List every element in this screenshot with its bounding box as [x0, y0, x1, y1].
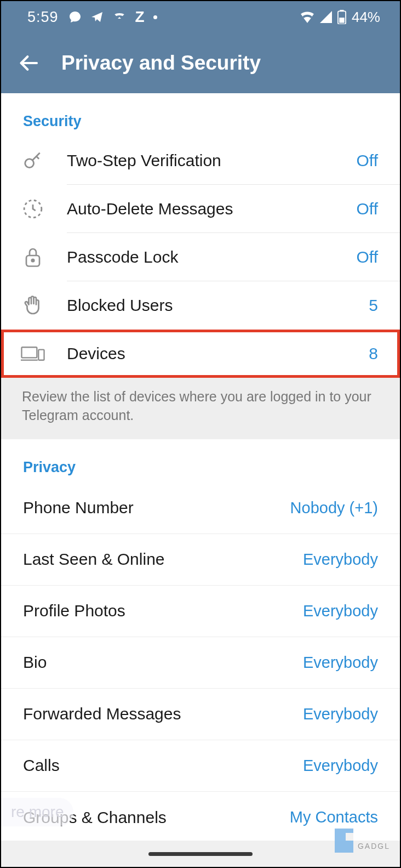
telegram-icon	[90, 10, 104, 24]
phone-number-value: Nobody (+1)	[290, 499, 378, 517]
page-title: Privacy and Security	[61, 52, 261, 75]
svg-rect-2	[339, 18, 344, 22]
profile-photos-value: Everybody	[303, 602, 378, 620]
status-bar: 5:59 Z 44%	[1, 1, 400, 33]
bio-label: Bio	[23, 653, 47, 672]
devices-label: Devices	[67, 344, 369, 363]
svg-rect-8	[21, 347, 37, 358]
bio-row[interactable]: Bio Everybody	[1, 637, 400, 689]
back-button[interactable]	[18, 52, 39, 74]
svg-rect-10	[38, 350, 44, 360]
chat-bubble-icon	[68, 10, 82, 24]
passcode-lock-value: Off	[357, 248, 378, 266]
last-seen-row[interactable]: Last Seen & Online Everybody	[1, 534, 400, 586]
dot-icon	[153, 15, 157, 19]
z-icon: Z	[135, 8, 145, 26]
signal-icon	[320, 11, 332, 23]
svg-point-7	[32, 259, 35, 262]
timer-icon	[21, 197, 45, 221]
app-header: Privacy and Security	[1, 33, 400, 93]
two-step-verification-value: Off	[357, 151, 378, 170]
two-step-verification-row[interactable]: Two-Step Verification Off	[1, 137, 400, 185]
security-section-footer: Review the list of devices where you are…	[1, 378, 400, 439]
forwarded-messages-value: Everybody	[303, 705, 378, 723]
blocked-users-label: Blocked Users	[67, 296, 369, 315]
status-notification-icons: Z	[68, 8, 157, 26]
key-icon	[21, 149, 45, 173]
missed-call-icon	[112, 10, 127, 24]
profile-photos-row[interactable]: Profile Photos Everybody	[1, 586, 400, 637]
ghost-overlay: re more	[1, 798, 73, 826]
devices-value: 8	[369, 344, 378, 363]
auto-delete-messages-label: Auto-Delete Messages	[67, 200, 357, 218]
content-scroll[interactable]: Security Two-Step Verification Off Auto-…	[1, 93, 400, 841]
devices-icon	[21, 342, 45, 366]
calls-label: Calls	[23, 756, 60, 775]
watermark: GADGL	[335, 829, 390, 853]
blocked-users-row[interactable]: Blocked Users 5	[1, 281, 400, 330]
passcode-lock-label: Passcode Lock	[67, 248, 357, 266]
devices-row[interactable]: Devices 8	[1, 330, 400, 378]
bio-value: Everybody	[303, 654, 378, 672]
hand-icon	[21, 293, 45, 317]
last-seen-label: Last Seen & Online	[23, 550, 165, 569]
auto-delete-messages-row[interactable]: Auto-Delete Messages Off	[1, 185, 400, 233]
privacy-section-header: Privacy	[1, 439, 400, 483]
wifi-icon	[300, 11, 314, 23]
phone-number-row[interactable]: Phone Number Nobody (+1)	[1, 483, 400, 534]
forwarded-messages-label: Forwarded Messages	[23, 705, 181, 723]
blocked-users-value: 5	[369, 296, 378, 315]
battery-icon	[337, 10, 346, 24]
nav-handle[interactable]	[148, 852, 253, 856]
last-seen-value: Everybody	[303, 551, 378, 569]
passcode-lock-row[interactable]: Passcode Lock Off	[1, 233, 400, 281]
status-time: 5:59	[27, 9, 59, 26]
svg-point-4	[25, 159, 34, 168]
auto-delete-messages-value: Off	[357, 200, 378, 218]
groups-channels-value: My Contacts	[290, 808, 378, 826]
forwarded-messages-row[interactable]: Forwarded Messages Everybody	[1, 689, 400, 740]
privacy-section: Privacy Phone Number Nobody (+1) Last Se…	[1, 439, 400, 841]
security-section: Security Two-Step Verification Off Auto-…	[1, 93, 400, 439]
status-left: 5:59 Z	[27, 8, 157, 26]
two-step-verification-label: Two-Step Verification	[67, 151, 357, 170]
watermark-logo-icon	[335, 829, 353, 853]
battery-percentage: 44%	[352, 9, 380, 26]
calls-row[interactable]: Calls Everybody	[1, 740, 400, 792]
calls-value: Everybody	[303, 757, 378, 775]
security-section-header: Security	[1, 93, 400, 137]
status-right: 44%	[300, 9, 380, 26]
lock-icon	[21, 245, 45, 269]
profile-photos-label: Profile Photos	[23, 602, 125, 620]
watermark-text: GADGL	[358, 842, 390, 850]
phone-number-label: Phone Number	[23, 498, 134, 517]
